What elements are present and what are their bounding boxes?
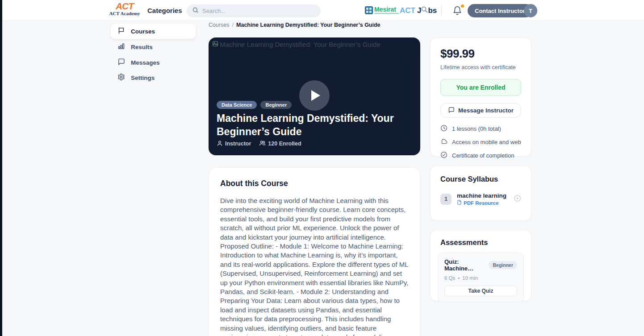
user-avatar[interactable]: T (524, 4, 537, 17)
navbar-divider (441, 5, 442, 16)
categories-link[interactable]: Categories (147, 7, 182, 14)
logo-academy-text: ACT Academy (109, 11, 141, 16)
about-description: Dive into the exciting world of Machine … (220, 196, 409, 336)
bar-chart-icon (117, 42, 125, 51)
course-tags: Data Science Beginner (217, 101, 292, 109)
lesson-number-badge: 1 (440, 194, 452, 205)
course-title: Machine Learning Demystified: Your Begin… (217, 112, 415, 138)
sidebar-item-label: Courses (131, 28, 155, 35)
level-tag: Beginner (260, 101, 292, 109)
sidebar-item-courses[interactable]: Courses (111, 24, 196, 39)
chat-bubble-icon (448, 107, 455, 115)
feature-access: Access on mobile and web (440, 138, 521, 146)
check-circle-icon (440, 151, 447, 160)
sidebar-item-label: Messages (131, 59, 160, 66)
act-academy-logo[interactable]: ACT ACT Academy (109, 1, 141, 16)
search-bar[interactable] (187, 4, 321, 17)
course-price: $99.99 (440, 47, 521, 61)
feature-certificate: Certificate of completion (440, 151, 521, 160)
mesirat-tagline (374, 13, 399, 14)
assessments-card: Assessments Quiz: Machine… Beginner 6 Qs… (430, 230, 531, 301)
top-navbar: ACT ACT Academy Categories Mesirat ACTJb (0, 0, 644, 21)
mesirat-wordmark: Mesirat (374, 6, 399, 12)
course-detail-page: ACT ACT Academy Categories Mesirat ACTJb (0, 0, 644, 336)
act-jobs-bs-text: bs (428, 6, 437, 15)
clock-icon (440, 124, 447, 133)
quiz-item: Quiz: Machine… Beginner 6 Qs • 10 min Ta… (438, 253, 524, 302)
assessments-heading: Assessments (438, 238, 524, 247)
about-course-card: About this Course Dive into the exciting… (209, 167, 420, 336)
notifications-bell-icon[interactable] (452, 6, 463, 17)
lesson-play-icon[interactable] (514, 195, 521, 204)
mesirat-logo[interactable]: Mesirat (365, 6, 399, 14)
take-quiz-button[interactable]: Take Quiz (444, 286, 517, 296)
breadcrumb: Courses/Machine Learning Demystified: Yo… (209, 22, 381, 28)
person-icon (217, 140, 223, 148)
message-instructor-button[interactable]: Message Instructor (440, 103, 521, 118)
pdf-resource-link[interactable]: PDF Resource (457, 200, 514, 206)
quiz-question-count: 6 Qs (444, 275, 455, 281)
quiz-duration: 10 min (462, 275, 478, 281)
sidebar-item-label: Settings (131, 75, 155, 81)
logo-act-text: ACT (109, 1, 141, 11)
contact-instructor-button[interactable]: Contact Instructor (468, 4, 532, 17)
breadcrumb-current: Machine Learning Demystified: Your Begin… (236, 22, 381, 28)
screen-edge-strip (0, 0, 2, 336)
sidebar-item-label: Results (131, 44, 153, 50)
users-icon (259, 140, 266, 148)
left-sidebar: Courses Results Messages Settings (104, 21, 202, 336)
pricing-card: $99.99 Lifetime access with certificate … (430, 37, 531, 157)
lesson-title: machine learning (457, 192, 514, 199)
broken-image-icon (212, 41, 218, 48)
course-meta: Instructor 120 Enrolled (217, 140, 301, 148)
chat-bubble-icon (117, 58, 125, 67)
feature-lessons: 1 lessons (0h total) (440, 124, 521, 133)
course-syllabus-card: Course Syllabus 1 machine learning PDF R… (430, 166, 531, 221)
act-jobs-act-text: ACT (400, 6, 415, 15)
instructor-label: Instructor (225, 141, 251, 147)
search-input[interactable] (202, 8, 309, 14)
syllabus-heading: Course Syllabus (440, 175, 521, 183)
notification-dot (461, 4, 464, 8)
enrolled-count: 120 Enrolled (268, 141, 301, 147)
mesirat-icon (365, 6, 373, 14)
category-tag: Data Science (217, 101, 257, 109)
sidebar-item-results[interactable]: Results (111, 39, 196, 54)
quiz-meta: 6 Qs • 10 min (444, 275, 517, 281)
play-button[interactable] (299, 80, 330, 111)
document-icon (457, 200, 462, 206)
act-jobs-magnifier-icon (421, 6, 428, 16)
breadcrumb-courses-link[interactable]: Courses (209, 22, 230, 28)
gear-icon (117, 73, 125, 82)
sidebar-item-settings[interactable]: Settings (111, 70, 196, 85)
price-subtitle: Lifetime access with certificate (440, 64, 521, 71)
quiz-level-badge: Beginner (489, 261, 517, 269)
cloud-icon (440, 138, 447, 146)
syllabus-item[interactable]: 1 machine learning PDF Resource (440, 192, 521, 206)
act-jobs-logo[interactable]: ACTJbs (400, 6, 437, 16)
sidebar-item-messages[interactable]: Messages (111, 55, 196, 70)
course-features: 1 lessons (0h total) Access on mobile an… (440, 124, 521, 160)
breadcrumb-separator: / (232, 22, 234, 28)
search-icon (192, 7, 199, 15)
quiz-title: Quiz: Machine… (444, 258, 489, 272)
meta-dot: • (458, 275, 460, 281)
about-heading: About this Course (220, 179, 409, 188)
enrolled-status-button[interactable]: You are Enrolled (440, 79, 521, 96)
flag-icon (117, 27, 125, 36)
broken-image-alt: Machine Learning Demystified: Your Begin… (212, 41, 381, 48)
play-icon (311, 90, 320, 101)
